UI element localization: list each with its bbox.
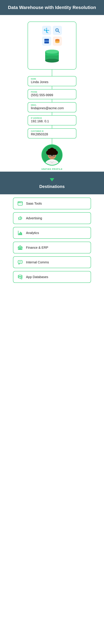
svg-point-66 — [20, 262, 20, 262]
pre-profile-connector — [52, 138, 52, 144]
advertising-label: Advertising — [26, 216, 42, 220]
page-title: Data Warehouse with Identity Resolution — [3, 4, 101, 10]
finance-erp-label: Finance & ERP — [26, 246, 48, 250]
svg-point-8 — [49, 30, 49, 31]
svg-rect-54 — [19, 233, 20, 235]
svg-rect-41 — [52, 155, 55, 156]
svg-rect-3 — [46, 31, 49, 33]
customer-id-field-box: CUSTOMER ID RK2850328 — [28, 128, 76, 138]
customer-id-value: RK2850328 — [31, 132, 73, 136]
internal-comms-item[interactable]: Internal Comms — [13, 256, 91, 268]
sources-icon-grid — [42, 26, 62, 46]
finance-erp-item[interactable]: Finance & ERP — [13, 242, 91, 254]
ip-value: 192.168. 0.1 — [31, 119, 73, 123]
analytics-item[interactable]: Analytics — [13, 227, 91, 239]
avatar — [42, 144, 62, 166]
svg-point-68 — [18, 275, 22, 276]
field-connector-3 — [52, 112, 52, 115]
svg-point-24 — [55, 42, 59, 43]
finance-erp-icon — [17, 244, 23, 250]
svg-point-6 — [46, 32, 47, 33]
snowflake-icon — [42, 26, 51, 35]
svg-rect-59 — [19, 248, 19, 249]
avatar-placeholder — [42, 145, 62, 165]
svg-point-27 — [45, 58, 59, 62]
svg-line-10 — [58, 31, 60, 33]
internal-comms-label: Internal Comms — [26, 260, 49, 264]
query-icon — [53, 26, 62, 35]
destinations-section: Saas Tools Advertising — [0, 194, 104, 292]
svg-point-63 — [20, 246, 20, 247]
svg-point-30 — [45, 50, 59, 54]
name-label: NAME — [31, 78, 73, 80]
saas-tools-icon — [17, 200, 23, 206]
svg-rect-16 — [44, 39, 49, 40]
arrow-down-icon — [50, 178, 54, 182]
field-connector-1 — [52, 86, 52, 89]
svg-point-29 — [45, 55, 59, 59]
svg-rect-56 — [21, 232, 22, 235]
svg-point-39 — [52, 149, 56, 153]
source-to-fields-connector — [52, 70, 52, 76]
analytics-icon — [17, 230, 23, 236]
customer-id-label: CUSTOMER ID — [31, 130, 73, 132]
ip-field-box: IP ADDRESS 192.168. 0.1 — [28, 115, 76, 126]
svg-point-49 — [20, 202, 21, 203]
email-label: EMAIL — [31, 104, 73, 106]
profile-section: UNIFIED PROFILE — [0, 144, 104, 172]
saas-tools-item[interactable]: Saas Tools — [13, 198, 91, 209]
svg-point-47 — [18, 202, 19, 203]
fields-section: NAME Linda Jones PHONE (555) 555-9999 EM… — [0, 76, 104, 138]
destinations-header: Destinations — [0, 172, 104, 194]
sources-section — [0, 15, 104, 76]
svg-rect-60 — [20, 248, 20, 249]
svg-rect-15 — [44, 40, 49, 42]
svg-rect-17 — [44, 42, 49, 44]
analytics-label: Analytics — [26, 231, 39, 235]
internal-comms-icon — [17, 259, 23, 265]
unified-profile-label: UNIFIED PROFILE — [42, 168, 62, 170]
svg-point-38 — [48, 149, 52, 153]
svg-rect-61 — [21, 248, 21, 249]
svg-point-48 — [19, 202, 20, 203]
page-header: Data Warehouse with Identity Resolution — [0, 0, 104, 15]
destinations-title: Destinations — [39, 184, 65, 189]
name-field-box: NAME Linda Jones — [28, 76, 76, 86]
saas-tools-label: Saas Tools — [26, 202, 42, 206]
svg-rect-40 — [49, 155, 52, 156]
svg-point-5 — [46, 28, 47, 29]
ip-label: IP ADDRESS — [31, 117, 73, 119]
fields-to-profile-connector — [0, 138, 104, 144]
stack-icon — [53, 36, 62, 46]
advertising-item[interactable]: Advertising — [13, 212, 91, 224]
phone-value: (555) 555-9999 — [31, 93, 73, 97]
svg-point-4 — [46, 30, 47, 31]
phone-label: PHONE — [31, 91, 73, 93]
app-databases-item[interactable]: App Databases — [13, 271, 91, 283]
app-databases-icon — [17, 274, 23, 280]
email-value: lindajones@acme.com — [31, 106, 73, 110]
svg-rect-2 — [44, 28, 46, 31]
email-field-box: EMAIL lindajones@acme.com — [28, 102, 76, 112]
database-icon — [43, 48, 61, 65]
aws-icon — [42, 36, 51, 46]
svg-line-73 — [21, 278, 21, 278]
person-illustration — [42, 145, 62, 165]
svg-rect-55 — [20, 232, 21, 235]
app-databases-label: App Databases — [26, 275, 48, 279]
sources-box — [28, 22, 76, 70]
svg-point-7 — [44, 30, 45, 31]
name-value: Linda Jones — [31, 80, 73, 84]
svg-point-65 — [19, 262, 20, 262]
advertising-icon — [17, 215, 23, 221]
field-connector-2 — [52, 99, 52, 102]
phone-field-box: PHONE (555) 555-9999 — [28, 89, 76, 99]
field-connector-4 — [52, 126, 52, 128]
svg-point-67 — [21, 262, 21, 262]
